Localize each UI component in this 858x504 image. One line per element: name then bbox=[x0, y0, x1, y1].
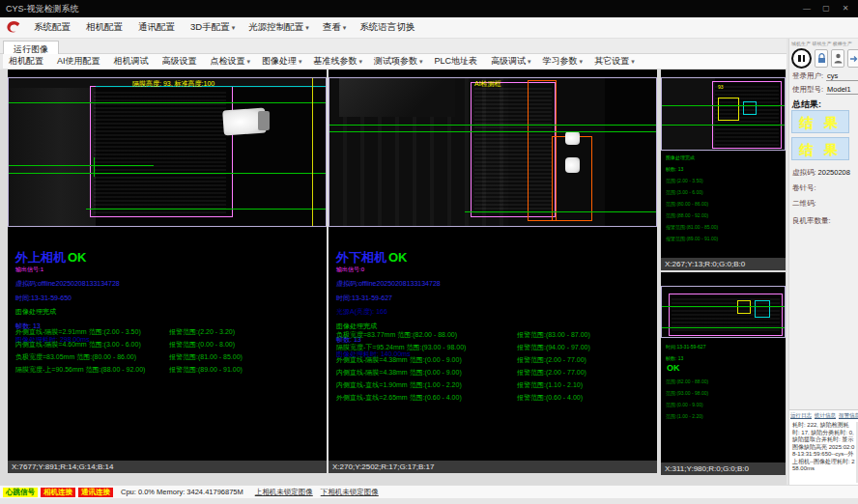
measure-tick bbox=[94, 157, 95, 177]
tab-strip: 运行图像 bbox=[0, 39, 786, 54]
info-line: 范围:(93.00 - 98.00) bbox=[666, 390, 708, 396]
virtual-code-field: 虚拟码:20250208 bbox=[792, 168, 850, 178]
detection-box bbox=[90, 86, 233, 217]
model-value[interactable]: Model1 bbox=[826, 85, 858, 95]
sidebar-buttons bbox=[791, 48, 858, 69]
info-line: 范围:(1.00 - 2.20) bbox=[666, 413, 708, 419]
toolbar: 相机配置 AI使用配置 相机调试 高级设置 点检设置▾ 图像处理▾ 基准线参数▾… bbox=[0, 54, 786, 70]
machine-frame bbox=[9, 78, 96, 227]
camera-image-upper-outer[interactable]: 隔膜高度: 93, 标准高度:100 bbox=[8, 77, 327, 227]
measure-line bbox=[86, 209, 327, 210]
measure-line bbox=[329, 125, 657, 126]
toolbar-button[interactable]: 基准线参数▾ bbox=[308, 54, 369, 69]
menu-item[interactable]: 查看▾ bbox=[316, 18, 354, 37]
info-line: 时间:13-31-59-627 bbox=[666, 344, 705, 350]
measure-line bbox=[662, 105, 786, 106]
toolbar-button[interactable]: PLC地址表 bbox=[429, 54, 486, 69]
chevron-down-icon: ▾ bbox=[359, 58, 363, 65]
toolbar-button[interactable]: 测试项参数▾ bbox=[368, 54, 429, 69]
user-icon bbox=[834, 53, 843, 64]
camera-panel-lower-outer: AI检测框 外下相机OK 输出信号:0 虚拟码:offline202502081… bbox=[329, 70, 657, 473]
overlay-label: 93 bbox=[718, 84, 724, 90]
log-tab[interactable]: 统计信息 bbox=[815, 412, 836, 419]
chevron-down-icon: ▾ bbox=[419, 58, 423, 65]
menu-item[interactable]: 3D手配置▾ bbox=[184, 18, 242, 37]
info-line: 范围:(3.00 - 6.00) bbox=[666, 189, 718, 195]
info-line: 图像处理完成 bbox=[15, 308, 120, 316]
toolbar-button[interactable]: 点检设置▾ bbox=[205, 54, 257, 69]
info-line: 报警范围:(81.00 - 85.00) bbox=[666, 224, 718, 230]
tab-run-image[interactable]: 运行图像 bbox=[3, 41, 59, 55]
overlay-label: 隔膜高度: 93, 标准高度:100 bbox=[132, 79, 214, 89]
overlay-box bbox=[718, 98, 739, 121]
log-tab[interactable]: 运行日志 bbox=[790, 412, 812, 419]
menu-item[interactable]: 相机配置 bbox=[79, 18, 131, 37]
toolbar-button[interactable]: 高级设置 bbox=[157, 54, 205, 69]
toolbar-button[interactable]: 相机调试 bbox=[108, 54, 157, 69]
toolbar-button[interactable]: 高级调试▾ bbox=[485, 54, 537, 69]
pause-button[interactable] bbox=[791, 48, 812, 69]
app-window: CYS-视觉检测系统 —▢✕ 系统配置 相机配置 通讯配置 3D手配置▾ 光源控… bbox=[0, 0, 858, 504]
measurement-row: 隔膜宽度-下=95.24mm 范围:(93.00 - 98.00) 报警范围:(… bbox=[336, 344, 653, 351]
thumbnail-panel-bottom: 时间:13-31-59-627帧数: 13 OK 范围:(82.00 - 88.… bbox=[661, 272, 786, 475]
menu-item[interactable]: 系统语言切换 bbox=[353, 18, 423, 37]
machine-frame bbox=[662, 78, 715, 151]
chevron-down-icon: ▾ bbox=[299, 58, 302, 65]
logout-button[interactable] bbox=[847, 49, 858, 68]
info-line: 范围:(2.00 - 3.50) bbox=[666, 178, 718, 183]
measurement-row: 负极宽度=83.77mm 范围:(82.00 - 88.00) 报警范围:(83… bbox=[336, 331, 653, 339]
window-title: CYS-视觉检测系统 bbox=[6, 4, 79, 14]
info-line: 虚拟码:offline20250208133134728 bbox=[336, 280, 441, 288]
measure-line bbox=[465, 211, 657, 212]
measurement-row: 外侧直线-直线=2.65mm 范围:(0.60 - 4.00) 报警范围:(0.… bbox=[336, 394, 653, 402]
menu-item[interactable]: 系统配置 bbox=[27, 18, 79, 37]
info-line: 时间:13-31-59-627 bbox=[336, 294, 441, 302]
lock-image-link[interactable]: 下相机未锁定图像 bbox=[321, 488, 379, 497]
window-control-button[interactable]: ▢ bbox=[817, 0, 835, 17]
lock-image-link[interactable]: 上相机未锁定图像 bbox=[255, 488, 313, 497]
toolbar-button[interactable]: 图像处理▾ bbox=[256, 54, 308, 69]
chevron-down-icon: ▾ bbox=[247, 58, 251, 65]
camera-title: 外下相机OK bbox=[336, 249, 441, 266]
window-control-button[interactable]: ✕ bbox=[837, 0, 854, 17]
toolbar-button[interactable]: 相机配置 bbox=[3, 54, 51, 69]
pixel-coords-bar: X:311;Y:980;R:0;G:0;B:0 bbox=[661, 462, 786, 475]
measure-line bbox=[662, 125, 786, 126]
pixel-coords-bar: X:270;Y:2502;R:17;G:17;B:17 bbox=[329, 461, 657, 473]
chevron-down-icon: ▾ bbox=[305, 24, 309, 31]
title-bar: CYS-视觉检测系统 —▢✕ bbox=[0, 0, 858, 17]
toolbar-button[interactable]: 学习参数▾ bbox=[537, 54, 589, 69]
log-tab[interactable]: 报警信息 bbox=[839, 412, 858, 419]
measure-line bbox=[662, 306, 786, 307]
measure-line bbox=[9, 173, 327, 174]
window-control-button[interactable]: — bbox=[798, 0, 815, 17]
toolbar-button[interactable]: AI使用配置 bbox=[51, 54, 108, 69]
menu-item[interactable]: 光源控制配置▾ bbox=[242, 18, 316, 37]
info-line: 帧数: 13 bbox=[666, 166, 718, 172]
login-user-row: 登录用户: cys bbox=[792, 71, 858, 81]
ai-detection-box-2 bbox=[552, 136, 592, 221]
user-button[interactable] bbox=[831, 49, 844, 68]
camera-image-lower-outer[interactable]: AI检测框 bbox=[329, 77, 657, 227]
chevron-down-icon: ▾ bbox=[343, 24, 347, 31]
measurement-row: 外侧直线-隔膜=2.91mm 范围:(2.00 - 3.50) 报警范围:(2.… bbox=[15, 328, 323, 336]
info-line: 范围:(88.00 - 92.00) bbox=[666, 212, 718, 218]
result-ok: OK bbox=[68, 250, 87, 265]
chevron-down-icon: ▾ bbox=[528, 58, 531, 65]
thumbnail-image-top[interactable]: 93 bbox=[661, 77, 786, 151]
pause-icon bbox=[798, 55, 801, 62]
measurement-row: 负极宽度=83.05mm 范围:(80.00 - 86.00) 报警范围:(81… bbox=[15, 353, 323, 361]
measurement-row: 内侧直线-隔膜=4.38mm 范围:(0.00 - 9.00) 报警范围:(2.… bbox=[336, 369, 653, 377]
overlay-box bbox=[737, 300, 751, 314]
lock-button[interactable] bbox=[815, 49, 828, 68]
machine-frame-top bbox=[339, 78, 455, 117]
status-links: 上相机未锁定图像下相机未锁定图像 bbox=[247, 488, 379, 497]
login-user-value[interactable]: cys bbox=[826, 71, 858, 81]
needle-number-field: 卷针号: bbox=[792, 183, 818, 193]
qrcode-field: 二维码: bbox=[792, 199, 818, 209]
chevron-down-icon: ▾ bbox=[232, 24, 236, 31]
status-badge: 心跳信号 bbox=[3, 488, 38, 497]
thumbnail-image-bottom[interactable] bbox=[661, 286, 786, 338]
toolbar-button[interactable]: 其它设置▾ bbox=[588, 54, 641, 69]
menu-item[interactable]: 通讯配置 bbox=[131, 18, 184, 37]
